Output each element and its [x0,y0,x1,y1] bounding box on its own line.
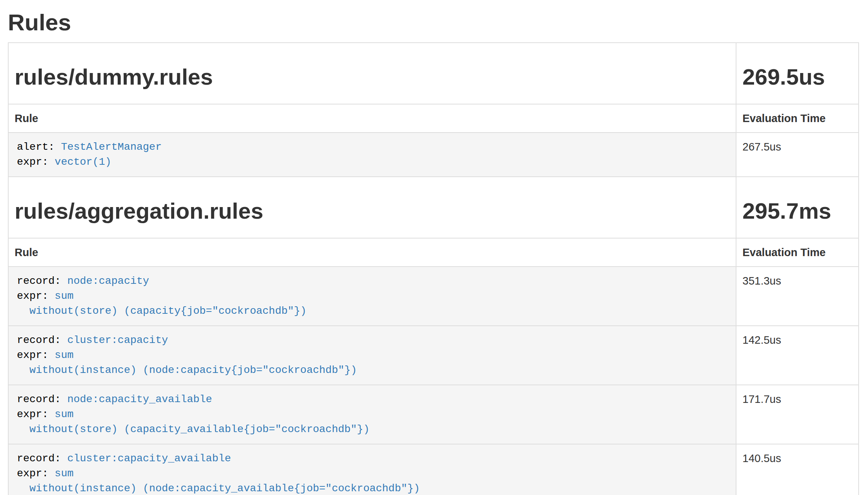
rule-row: alert: TestAlertManager expr: vector(1)2… [8,133,859,177]
rule-code-key: expr: [17,349,55,361]
rule-eval-time-cell: 142.5us [736,326,859,385]
evaluation-time-column-header: Evaluation Time [736,238,859,267]
rule-eval-time-cell: 267.5us [736,133,859,177]
rule-code-key: record: [17,394,67,405]
rule-code: record: node:capacity_available expr: su… [9,385,736,444]
rule-code-key: expr: [17,409,55,420]
column-header-row: RuleEvaluation Time [8,238,859,267]
rule-expression-link[interactable]: vector(1) [55,156,111,168]
rule-code-key: expr: [17,468,55,479]
group-eval-time-cell: 295.7ms [736,177,859,238]
rule-code-key: expr: [17,290,55,302]
group-header-row: rules/dummy.rules269.5us [8,43,859,104]
group-name-cell: rules/aggregation.rules [8,177,736,238]
rule-row: record: cluster:capacity_available expr:… [8,444,859,495]
rule-eval-time-cell: 140.5us [736,444,859,495]
group-eval-time: 269.5us [742,65,852,89]
rule-expression-link[interactable]: sum without(store) (capacity{job="cockro… [17,290,307,317]
rule-code-key: expr: [17,156,55,168]
rule-expression-link[interactable]: cluster:capacity [67,334,168,346]
rule-expression-link[interactable]: node:capacity [67,275,149,287]
rule-code-key: record: [17,275,67,287]
rules-page: Rules rules/dummy.rules269.5usRuleEvalua… [0,10,868,495]
rule-code: alert: TestAlertManager expr: vector(1) [9,133,736,176]
rule-expression-link[interactable]: sum without(store) (capacity_available{j… [17,409,370,435]
rule-expression-link[interactable]: cluster:capacity_available [67,453,231,464]
rule-expression-link[interactable]: node:capacity_available [67,394,212,405]
group-header-row: rules/aggregation.rules295.7ms [8,177,859,238]
rule-eval-time-cell: 171.7us [736,385,859,444]
rule-row: record: node:capacity_available expr: su… [8,385,859,444]
rule-code: record: cluster:capacity_available expr:… [9,444,736,495]
rule-row: record: node:capacity expr: sum without(… [8,267,859,326]
column-header-row: RuleEvaluation Time [8,104,859,133]
group-name-cell: rules/dummy.rules [8,43,736,104]
rule-code: record: cluster:capacity expr: sum witho… [9,326,736,385]
rule-code-key: record: [17,334,67,346]
rule-expression-link[interactable]: TestAlertManager [61,141,162,153]
rule-code-cell: record: cluster:capacity_available expr:… [8,444,736,495]
rule-expression-link[interactable]: sum without(instance) (node:capacity{job… [17,349,357,376]
rule-row: record: cluster:capacity expr: sum witho… [8,326,859,385]
rule-code: record: node:capacity expr: sum without(… [9,267,736,325]
rule-column-header: Rule [8,104,736,133]
rule-expression-link[interactable]: sum without(instance) (node:capacity_ava… [17,468,420,494]
rule-code-key: alert: [17,141,61,153]
rules-table-body: rules/dummy.rules269.5usRuleEvaluation T… [8,43,859,495]
group-eval-time: 295.7ms [742,199,852,224]
rule-code-cell: record: cluster:capacity expr: sum witho… [8,326,736,385]
rules-table: rules/dummy.rules269.5usRuleEvaluation T… [8,42,859,495]
rule-column-header: Rule [8,238,736,267]
evaluation-time-column-header: Evaluation Time [736,104,859,133]
rule-code-cell: record: node:capacity_available expr: su… [8,385,736,444]
group-name: rules/dummy.rules [15,65,730,89]
page-title: Rules [8,10,859,35]
rule-code-cell: alert: TestAlertManager expr: vector(1) [8,133,736,177]
group-name: rules/aggregation.rules [15,199,730,224]
group-eval-time-cell: 269.5us [736,43,859,104]
rule-code-cell: record: node:capacity expr: sum without(… [8,267,736,326]
rule-code-key: record: [17,453,67,464]
rule-eval-time-cell: 351.3us [736,267,859,326]
